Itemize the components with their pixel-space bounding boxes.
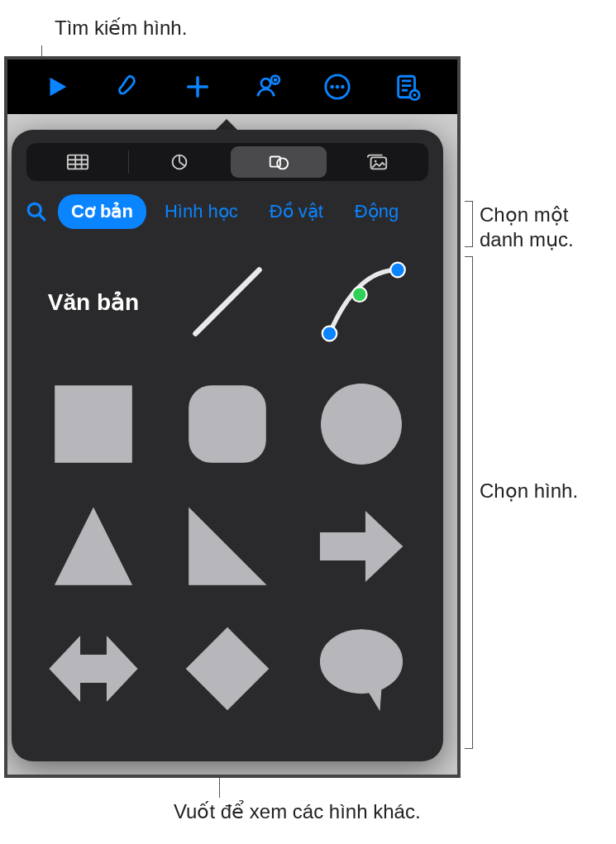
svg-point-18 [322,327,337,341]
shape-right-triangle[interactable] [170,497,284,596]
media-tab[interactable] [329,146,425,178]
svg-rect-9 [68,155,88,169]
svg-rect-22 [189,386,265,462]
svg-point-5 [341,85,345,89]
svg-rect-21 [55,386,131,462]
callout-bracket [465,256,473,749]
svg-rect-11 [270,156,279,166]
svg-marker-27 [50,637,137,701]
insert-type-segmented-control [26,143,428,181]
shape-callout-rect[interactable] [36,741,150,761]
shape-square[interactable] [36,374,150,474]
category-animals[interactable]: Động [341,194,412,229]
svg-point-3 [330,85,334,89]
shape-text[interactable]: Văn bản [36,252,150,351]
shapes-tab[interactable] [231,146,327,178]
shapes-grid: Văn bản [12,237,443,761]
shape-pentagon[interactable] [170,741,284,761]
shape-speech-bubble[interactable] [304,619,418,718]
svg-point-4 [336,85,340,89]
svg-point-23 [322,384,402,465]
category-basic[interactable]: Cơ bản [58,194,146,229]
shape-line[interactable] [170,252,284,351]
svg-point-29 [321,630,403,694]
svg-marker-24 [55,508,131,584]
svg-marker-28 [187,628,269,710]
svg-marker-26 [321,512,403,581]
shape-circle[interactable] [304,374,418,474]
callout-choose-shape: Chọn hình. [480,479,578,503]
callout-search-shapes: Tìm kiếm hình. [55,17,187,40]
play-icon[interactable] [43,73,71,101]
category-row: Cơ bản Hình học Đồ vật Động [12,189,443,237]
svg-point-15 [375,160,377,163]
shape-diamond[interactable] [170,619,284,718]
callout-text: danh mục. [480,228,574,250]
callout-choose-category: Chọn một danh mục. [480,203,574,252]
tables-tab[interactable] [30,146,126,178]
svg-point-0 [261,79,270,88]
insert-popover: Cơ bản Hình học Đồ vật Động Văn bản [12,130,443,761]
divider [128,150,129,174]
svg-marker-25 [189,508,265,584]
category-geometric[interactable]: Hình học [151,194,251,229]
collaborate-icon[interactable] [253,73,281,101]
main-toolbar [7,60,457,114]
category-objects[interactable]: Đồ vật [256,194,337,229]
app-window: Cơ bản Hình học Đồ vật Động Văn bản [4,56,461,778]
svg-point-19 [352,287,367,302]
callout-bracket [465,201,473,247]
shape-double-arrow[interactable] [36,619,150,718]
search-icon[interactable] [20,195,53,228]
svg-point-8 [413,93,416,97]
more-icon[interactable] [323,73,351,101]
shape-triangle[interactable] [36,497,150,596]
svg-point-20 [390,263,405,278]
svg-line-17 [196,270,260,334]
shape-rounded-square[interactable] [170,374,284,474]
svg-point-12 [277,158,288,169]
shape-curve[interactable] [304,252,418,351]
callout-swipe-more: Vuốt để xem các hình khác. [174,800,421,823]
callout-text: Chọn một [480,203,568,226]
shape-arrow-right[interactable] [304,497,418,596]
svg-marker-30 [366,685,382,710]
charts-tab[interactable] [131,146,227,178]
presenter-notes-icon[interactable] [394,73,422,101]
shape-star[interactable] [304,741,418,761]
brush-icon[interactable] [113,73,141,101]
text-shape-label: Văn bản [48,288,139,316]
plus-icon[interactable] [184,73,212,101]
